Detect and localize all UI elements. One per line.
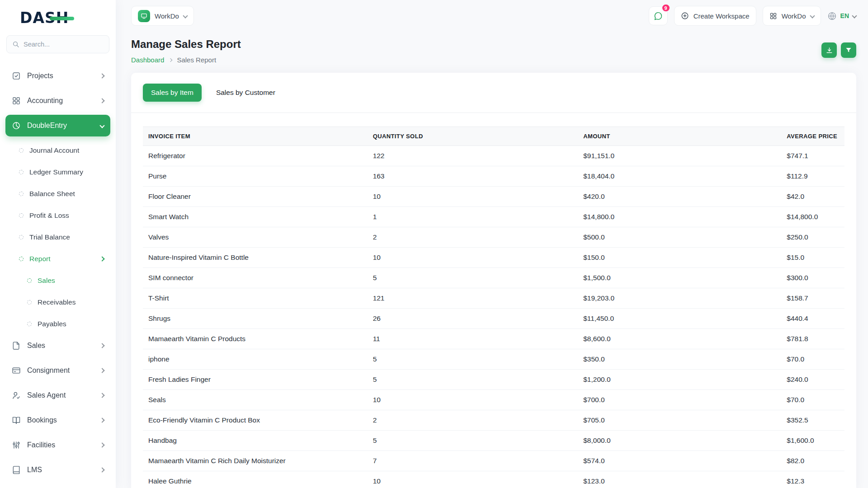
sidebar-item-double-entry[interactable]: DoubleEntry [5, 115, 110, 136]
table-cell: $350.0 [578, 349, 781, 370]
globe-icon [827, 11, 837, 21]
accounting-icon [12, 96, 21, 105]
table-cell: $19,203.0 [578, 288, 781, 309]
chevron-right-icon [99, 368, 104, 373]
workspace-name: WorkDo [155, 12, 179, 20]
sidebar-item-label: Journal Account [29, 146, 79, 155]
sidebar-item-label: Facilities [27, 441, 55, 449]
sidebar-item-label: Report [29, 255, 51, 263]
table-row: SIM connector5$1,500.0$300.0 [143, 268, 844, 288]
table-row: Purse163$18,404.0$112.9 [143, 166, 844, 187]
table-cell: $42.0 [781, 187, 844, 207]
table-cell: Nature-Inspired Vitamin C Bottle [143, 248, 368, 268]
export-button[interactable] [821, 42, 837, 58]
chevron-right-icon [99, 256, 104, 261]
user-icon [12, 391, 21, 400]
table-row: Floor Cleaner10$420.0$42.0 [143, 187, 844, 207]
sidebar-item-label: Consignment [27, 366, 70, 375]
sales-table-body: Refrigerator122$91,151.0$747.1Purse163$1… [143, 146, 844, 488]
table-cell: $18,404.0 [578, 166, 781, 187]
sidebar-item-label: LMS [27, 466, 42, 474]
sidebar-item-label: Bookings [27, 416, 57, 424]
table-cell: Smart Watch [143, 207, 368, 227]
sliders-icon [12, 441, 21, 450]
workspace-switcher[interactable]: WorkDo [131, 6, 194, 26]
bullet-icon [19, 192, 24, 196]
sales-table: INVOICE ITEMQUANTITY SOLDAMOUNTAVERAGE P… [143, 127, 844, 488]
sidebar-item-label: DoubleEntry [27, 122, 67, 130]
chevron-down-icon [183, 13, 188, 18]
table-row: Mamaearth Vitamin C Rich Daily Moisturiz… [143, 451, 844, 471]
table-cell: 2 [368, 410, 578, 431]
topbar-right: 9 Create Workspace WorkDo EN [649, 6, 856, 26]
table-cell: Valves [143, 227, 368, 248]
page-head: Manage Sales Report Dashboard Sales Repo… [116, 32, 868, 64]
grid-icon [769, 12, 777, 20]
table-cell: $8,000.0 [578, 431, 781, 451]
table-row: Smart Watch1$14,800.0$14,800.0 [143, 207, 844, 227]
sidebar-item-sales-agent[interactable]: Sales Agent [5, 385, 110, 406]
sidebar-item-balance-sheet[interactable]: Balance Sheet [5, 183, 110, 205]
sidebar-item-label: Payables [38, 320, 66, 328]
tab-sales-by-item[interactable]: Sales by Item [143, 84, 202, 102]
projects-icon [12, 71, 21, 80]
chevron-down-icon [810, 13, 815, 18]
sidebar-item-consignment[interactable]: Consignment [5, 360, 110, 381]
sidebar-item-journal-account[interactable]: Journal Account [5, 140, 110, 161]
sidebar-search[interactable] [6, 35, 109, 53]
search-input[interactable] [24, 41, 104, 48]
workspace-dropdown[interactable]: WorkDo [763, 6, 821, 26]
table-cell: 26 [368, 309, 578, 329]
sidebar-item-report-payables[interactable]: Payables [5, 313, 110, 335]
table-cell: Seals [143, 390, 368, 410]
sidebar-item-report-receivables[interactable]: Receivables [5, 291, 110, 313]
table-cell: 5 [368, 431, 578, 451]
table-row: Mamaearth Vitamin C Products11$8,600.0$7… [143, 329, 844, 349]
table-cell: $781.8 [781, 329, 844, 349]
column-header: QUANTITY SOLD [368, 127, 578, 146]
table-cell: 5 [368, 349, 578, 370]
sidebar-item-sales[interactable]: Sales [5, 335, 110, 357]
table-cell: $500.0 [578, 227, 781, 248]
breadcrumb-home-link[interactable]: Dashboard [131, 56, 164, 64]
sidebar-item-lms[interactable]: LMS [5, 459, 110, 481]
table-row: Refrigerator122$91,151.0$747.1 [143, 146, 844, 166]
column-header: AVERAGE PRICE [781, 127, 844, 146]
sidebar-item-bookings[interactable]: Bookings [5, 409, 110, 431]
table-cell: $420.0 [578, 187, 781, 207]
sales-table-wrap: INVOICE ITEMQUANTITY SOLDAMOUNTAVERAGE P… [131, 113, 856, 488]
breadcrumb-separator-icon [169, 58, 172, 61]
tab-sales-by-customer[interactable]: Sales by Customer [216, 89, 275, 97]
language-selector[interactable]: EN [827, 11, 856, 21]
sidebar-item-profit-loss[interactable]: Profit & Loss [5, 205, 110, 226]
sidebar-item-report-sales[interactable]: Sales [5, 270, 110, 291]
table-row: Nature-Inspired Vitamin C Bottle10$150.0… [143, 248, 844, 268]
brand-logo[interactable]: DASH [5, 0, 110, 35]
table-cell: $15.0 [781, 248, 844, 268]
table-cell: 10 [368, 187, 578, 207]
chevron-down-icon [99, 123, 104, 128]
sidebar-item-accounting[interactable]: Accounting [5, 90, 110, 112]
sidebar-item-trial-balance[interactable]: Trial Balance [5, 226, 110, 248]
sidebar-item-ledger-summary[interactable]: Ledger Summary [5, 161, 110, 183]
topbar: WorkDo 9 Create Workspace WorkDo [116, 0, 868, 32]
table-cell: $158.7 [781, 288, 844, 309]
column-header: INVOICE ITEM [143, 127, 368, 146]
chevron-right-icon [99, 98, 104, 103]
table-cell: 7 [368, 451, 578, 471]
table-cell: 2 [368, 227, 578, 248]
book-icon [12, 465, 21, 474]
messenger-button[interactable]: 9 [649, 6, 668, 25]
create-workspace-button[interactable]: Create Workspace [674, 6, 756, 26]
table-cell: Mamaearth Vitamin C Products [143, 329, 368, 349]
table-cell: $112.9 [781, 166, 844, 187]
table-cell: SIM connector [143, 268, 368, 288]
sidebar-item-report[interactable]: Report [5, 248, 110, 270]
sidebar-item-facilities[interactable]: Facilities [5, 434, 110, 456]
sidebar-item-label: Trial Balance [29, 233, 70, 241]
sidebar-item-projects[interactable]: Projects [5, 65, 110, 87]
table-cell: 10 [368, 248, 578, 268]
filter-button[interactable] [841, 42, 856, 58]
table-cell: 5 [368, 268, 578, 288]
workspace-logo-icon [138, 10, 150, 22]
